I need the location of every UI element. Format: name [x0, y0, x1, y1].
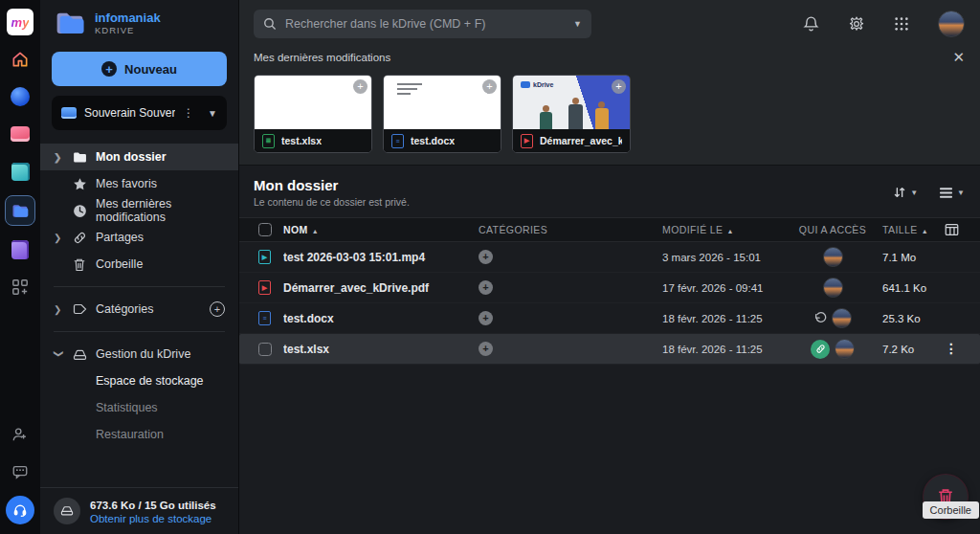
file-modified-date: 18 févr. 2026 - 11:25: [662, 344, 783, 355]
owner-avatar[interactable]: [823, 278, 843, 298]
version-history-icon[interactable]: [813, 312, 827, 325]
card-file-name: test.xlsx: [281, 135, 322, 146]
feedback-icon[interactable]: [7, 458, 33, 485]
column-header-categories[interactable]: CATÉGORIES: [479, 224, 662, 235]
column-header-acces[interactable]: QUI A ACCÈS: [783, 224, 882, 235]
tag-icon: [72, 301, 87, 317]
sidebar-subitem-restauration[interactable]: Restauration: [40, 421, 238, 448]
add-category-icon[interactable]: +: [612, 79, 626, 94]
sort-button[interactable]: ▼: [893, 186, 918, 199]
storage-panel: 673.6 Ko / 15 Go utilisés Obtenir plus d…: [40, 487, 238, 534]
search-icon: [263, 17, 277, 31]
add-category-icon[interactable]: +: [482, 79, 497, 94]
file-name[interactable]: test 2026-03-03 15:01.mp4: [283, 251, 479, 264]
close-icon[interactable]: ✕: [950, 49, 967, 66]
trash-fab-button[interactable]: Corbeille: [924, 475, 968, 519]
file-row-docx[interactable]: ≡ test.docx + 18 févr. 2026 - 11:25 25.3…: [239, 303, 980, 334]
column-header-taille[interactable]: TAILLE▲: [882, 224, 936, 235]
owner-avatar[interactable]: [832, 308, 852, 328]
banner-brand-text: kDrive: [533, 81, 553, 88]
recent-card-pdf[interactable]: kDrive + ▶ Démarrer_avec_kDriv...: [512, 75, 631, 153]
home-icon[interactable]: [7, 46, 33, 73]
clock-icon: [72, 203, 87, 218]
column-header-nom[interactable]: NOM▲: [283, 224, 479, 235]
kdrive-app-icon[interactable]: [5, 195, 35, 226]
add-category-button[interactable]: +: [479, 280, 493, 295]
drive-menu-icon[interactable]: ⋮: [183, 106, 194, 120]
web-service-icon[interactable]: [7, 83, 33, 110]
sidebar-item-gestion-kdrive[interactable]: ❯ Gestion du kDrive: [40, 341, 238, 367]
person-add-icon: [11, 426, 29, 443]
kchat-icon[interactable]: [7, 158, 33, 185]
folder-header: Mon dossier Le contenu de ce dossier est…: [239, 166, 980, 217]
pink-box-icon: [11, 126, 30, 142]
shared-link-icon[interactable]: [811, 340, 830, 359]
file-name[interactable]: Démarrer_avec_kDrive.pdf: [283, 281, 479, 295]
brand: infomaniak KDRIVE: [40, 0, 238, 44]
file-name[interactable]: test.docx: [283, 312, 479, 325]
drive-selector[interactable]: Souverain Souverain ⋮ ▼: [52, 96, 227, 130]
column-header-modifie[interactable]: MODIFIÉ LE▲: [662, 224, 783, 235]
brand-subtitle: KDRIVE: [95, 25, 161, 35]
chevron-right-icon[interactable]: ❯: [54, 304, 63, 315]
add-category-button[interactable]: +: [479, 311, 493, 325]
chevron-right-icon[interactable]: ❯: [54, 152, 63, 163]
view-mode-button[interactable]: ▼: [939, 186, 965, 199]
chevron-down-icon[interactable]: ▼: [208, 108, 217, 119]
sidebar-item-dernieres-modifications[interactable]: Mes dernières modifications: [40, 197, 238, 224]
recent-card-xlsx[interactable]: + ≣ test.xlsx: [254, 75, 372, 153]
card-footer: ▶ Démarrer_avec_kDriv...: [513, 129, 630, 152]
search-dropdown-caret[interactable]: ▼: [573, 19, 582, 29]
sidebar-item-categories[interactable]: ❯ Catégories +: [40, 296, 238, 323]
storage-upgrade-link[interactable]: Obtenir plus de stockage: [90, 513, 216, 524]
sidebar-item-partages[interactable]: ❯ Partages: [40, 224, 238, 251]
notifications-button[interactable]: [803, 15, 819, 33]
file-row-xlsx[interactable]: test.xlsx + 18 févr. 2026 - 11:25 7.2 Ko…: [239, 334, 980, 365]
file-row-mp4[interactable]: ▶ test 2026-03-03 15:01.mp4 + 3 mars 202…: [239, 242, 980, 273]
support-button[interactable]: [6, 496, 34, 524]
sidebar-item-corbeille[interactable]: Corbeille: [40, 251, 238, 278]
card-file-name: Démarrer_avec_kDriv...: [540, 135, 622, 146]
file-modified-date: 18 févr. 2026 - 11:25: [662, 313, 783, 324]
new-button[interactable]: + Nouveau: [52, 52, 227, 86]
add-apps-icon[interactable]: [7, 274, 33, 300]
chevron-down-icon[interactable]: ❯: [54, 349, 64, 359]
search-bar[interactable]: ▼: [254, 10, 591, 38]
mail-service-icon[interactable]: [7, 121, 33, 147]
illustration-head: [572, 98, 579, 104]
sidebar-item-mon-dossier[interactable]: ❯ Mon dossier: [40, 144, 238, 170]
search-input[interactable]: [285, 17, 565, 31]
card-thumbnail-illustration: kDrive +: [513, 76, 630, 129]
chevron-right-icon[interactable]: ❯: [54, 233, 63, 243]
add-category-button[interactable]: +: [479, 250, 493, 264]
row-menu-icon[interactable]: ⋮: [945, 343, 958, 355]
select-all-checkbox[interactable]: [258, 223, 272, 236]
settings-button[interactable]: [848, 15, 865, 33]
add-category-button[interactable]: +: [479, 342, 493, 356]
sidebar-subitem-statistiques[interactable]: Statistiques: [40, 394, 238, 421]
file-row-pdf[interactable]: ▶ Démarrer_avec_kDrive.pdf + 17 févr. 20…: [239, 273, 980, 303]
manager-logo[interactable]: my: [7, 9, 33, 35]
user-avatar[interactable]: [938, 11, 965, 37]
file-name[interactable]: test.xlsx: [283, 343, 479, 356]
invite-user-icon[interactable]: [7, 421, 33, 448]
sidebar-subitem-espace-stockage[interactable]: Espace de stockage: [40, 367, 238, 394]
recent-title: Mes dernières modifications: [254, 52, 390, 63]
main-area: ▼: [239, 0, 980, 534]
kpaste-icon[interactable]: [7, 236, 33, 263]
sidebar-item-label: Partages: [96, 231, 144, 244]
sidebar-item-favoris[interactable]: Mes favoris: [40, 170, 238, 197]
illustration-person: [595, 108, 609, 129]
row-checkbox[interactable]: [258, 343, 272, 356]
main-top-panel: ▼: [239, 0, 980, 166]
sort-arrows-icon: [893, 186, 906, 199]
apps-grid-button[interactable]: [894, 16, 909, 32]
add-category-icon[interactable]: +: [353, 79, 368, 94]
recent-card-docx[interactable]: + ≡ test.docx: [383, 75, 501, 153]
owner-avatar[interactable]: [823, 247, 843, 267]
owner-avatar[interactable]: [835, 339, 855, 359]
column-settings-button[interactable]: [945, 223, 959, 236]
drive-icon: [61, 107, 77, 119]
add-category-button[interactable]: +: [210, 301, 225, 317]
sidebar-nav: ❯ Mon dossier Mes favoris Mes dernières …: [40, 144, 238, 448]
